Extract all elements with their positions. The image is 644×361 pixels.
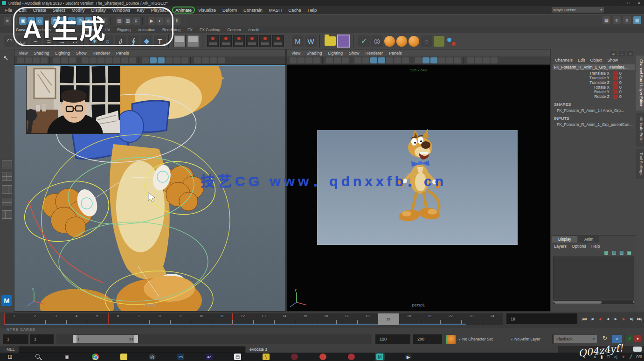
feather-icon[interactable] [434,36,444,47]
shelf-tab-custom[interactable]: Custom [227,28,241,32]
toggle-attribute-editor-icon[interactable]: ≡ [623,16,631,24]
image-plane-icon[interactable] [53,57,60,63]
scrollbar-thumb[interactable] [554,301,602,304]
menu-visualize[interactable]: Visualize [195,7,219,14]
channel-row[interactable]: Translate X0 [551,71,636,76]
channel-box-menu-show[interactable]: Show [608,58,618,62]
timeline-frame[interactable]: 10 [191,313,212,325]
timeline-frame[interactable]: 15 [295,313,316,325]
shadows-icon[interactable] [173,57,180,63]
timeline-frame[interactable]: 11 [212,313,233,325]
red-app-icon[interactable] [319,354,326,360]
maya-taskbar-icon[interactable]: M [376,354,383,360]
gate-mask-icon[interactable] [378,57,385,63]
layer-menu-help[interactable]: Help [591,244,600,249]
channel-box-menu-channels[interactable]: Channels [555,58,573,62]
channel-box-menu-object[interactable]: Object [590,58,602,62]
timeline-frame[interactable]: 13 [253,313,274,325]
channel-row[interactable]: Rotate Y0 [551,90,636,94]
shelf-tab-arnold[interactable]: Arnold [248,28,260,32]
timeline-frame[interactable]: 14 [274,313,295,325]
rig-mini-2-icon[interactable] [220,35,232,47]
panel-menu-renderer[interactable]: Renderer [365,51,383,56]
tray-ime-indicator[interactable]: 0/0 [636,354,642,359]
tray-alert-icon[interactable]: ▼ [621,354,625,359]
timeline-frame[interactable]: 6 [108,313,129,325]
camera-attributes-icon[interactable] [305,57,312,63]
layer-menu-layers[interactable]: Layers [554,244,567,249]
safe-title-icon[interactable] [129,57,136,63]
panel-menu-renderer[interactable]: Renderer [92,51,110,56]
cb-list-icon[interactable]: ≡ [610,51,616,56]
tray-pen-icon[interactable]: ╱ [630,354,632,359]
auto-keyframe-icon[interactable]: ● [634,335,641,342]
image-plane-icon[interactable] [326,57,333,63]
crimson-app-icon[interactable] [348,354,355,360]
step-back-frame-button[interactable]: |◀ [588,314,596,324]
isolate-select-icon[interactable] [194,57,201,63]
timeline-frame[interactable]: 9 [170,313,191,325]
layer-tab-anim[interactable]: Anim [578,236,599,243]
rig-mini-5-icon[interactable] [259,35,271,47]
script-editor-icon[interactable]: ≋ [612,335,622,343]
bookmark-icon[interactable] [313,57,320,63]
lightning-app-icon[interactable]: ϟ [263,354,270,360]
panel-menu-shading[interactable]: Shading [306,51,322,56]
safe-action-icon[interactable] [394,57,401,63]
channel-row[interactable]: Rotate X0 [551,85,636,90]
dark-red-app-icon[interactable] [291,354,298,360]
channel-value[interactable]: 0 [619,90,633,94]
workspace-selector[interactable]: Maya Classic ▾ [552,7,604,13]
step-forward-key-button[interactable]: |▶ [620,314,627,324]
wireframe-icon[interactable] [142,57,149,63]
command-mode-label[interactable]: MEL [7,347,14,352]
panel-menu-lighting[interactable]: Lighting [328,51,343,56]
animate-toggle-icon[interactable]: ✓ [626,335,633,342]
timeline-frame[interactable]: 20 [399,313,420,325]
rig-mini-3-icon[interactable] [233,35,245,47]
xray-icon[interactable] [475,57,482,63]
snapshot-1-icon[interactable] [173,35,186,47]
motion-trail-icon[interactable]: M [292,35,304,47]
timeline-frame[interactable]: 18 [357,313,378,325]
panel-menu-view[interactable]: View [19,51,28,56]
command-input[interactable] [19,347,245,353]
input-node-name[interactable]: FK_Forearm_R_Anim_1_Grp_parentCon... [551,121,636,127]
channel-value[interactable]: 0 [619,85,633,90]
textured-icon[interactable] [430,57,437,63]
cb-gear-icon[interactable]: ☼ [627,51,633,56]
rig-mini-4-icon[interactable] [246,35,258,47]
film-gate-icon[interactable] [362,57,369,63]
menu-help[interactable]: Help [305,7,320,14]
screen-space-ao-icon[interactable] [454,57,461,63]
timeline-frame[interactable]: 3 [45,313,66,325]
channel-row[interactable]: Rotate Z0 [551,94,636,99]
timeline-frame[interactable]: 22 [440,313,461,325]
go-to-start-button[interactable]: |◀◀ [580,314,588,324]
panel-menu-view[interactable]: View [291,51,300,56]
muscle-sphere-2-icon[interactable] [396,36,407,47]
scene-menu-icon[interactable]: ≡ [4,17,11,25]
task-view-button[interactable]: ▣ [63,354,70,360]
channel-box-menu-edit[interactable]: Edit [578,58,585,62]
timeline-frame[interactable]: 4 [66,313,87,325]
obs-icon[interactable]: ◎ [149,354,156,360]
rig-mini-1-icon[interactable] [207,35,219,47]
shelf-tab-fx[interactable]: FX [187,28,193,32]
playback-end-field[interactable]: 120 [375,334,410,344]
shelf-tab-fx-caching[interactable]: FX Caching [200,28,220,32]
media-player-icon[interactable]: ▶ [405,354,412,360]
tray-volume-icon[interactable]: ◁ [614,354,617,359]
search-button[interactable] [35,354,42,360]
folder-icon[interactable] [325,36,336,46]
grid-icon[interactable] [354,57,361,63]
minimize-button[interactable]: ─ [613,0,623,6]
isolate-select-icon[interactable] [467,57,474,63]
script-editor-toggle-icon[interactable] [633,347,642,352]
menu-deform[interactable]: Deform [219,7,240,14]
grease-pencil-icon[interactable] [342,57,349,63]
timeline-frame[interactable]: 17 [336,313,357,325]
play-forwards-button[interactable]: ▶ [612,314,619,324]
panel-menu-show[interactable]: Show [76,51,87,56]
go-to-end-button[interactable]: ▶▶| [636,314,643,324]
